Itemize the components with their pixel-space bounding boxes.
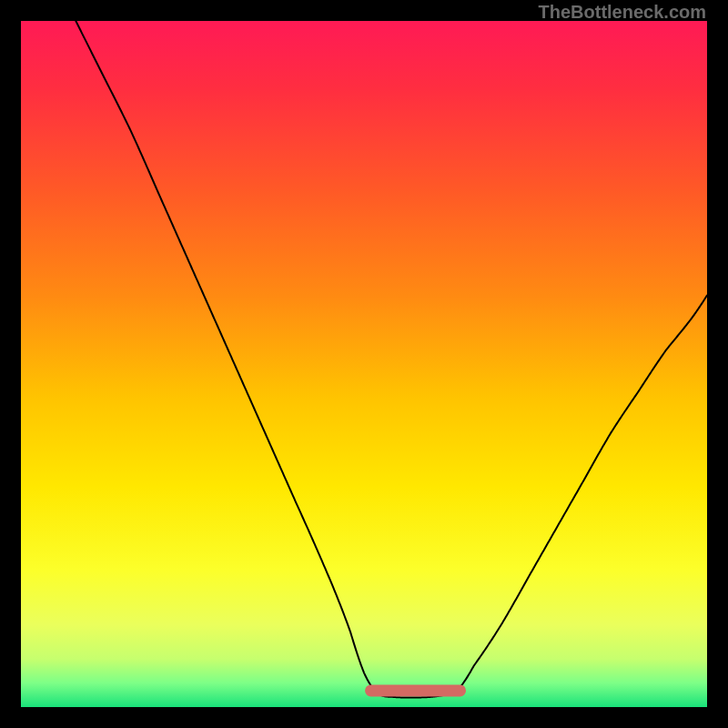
bottleneck-curve	[76, 21, 707, 698]
plot-area	[21, 21, 707, 707]
chart-stage: TheBottleneck.com	[0, 0, 728, 728]
chart-curves	[21, 21, 707, 707]
watermark-text: TheBottleneck.com	[539, 2, 706, 23]
